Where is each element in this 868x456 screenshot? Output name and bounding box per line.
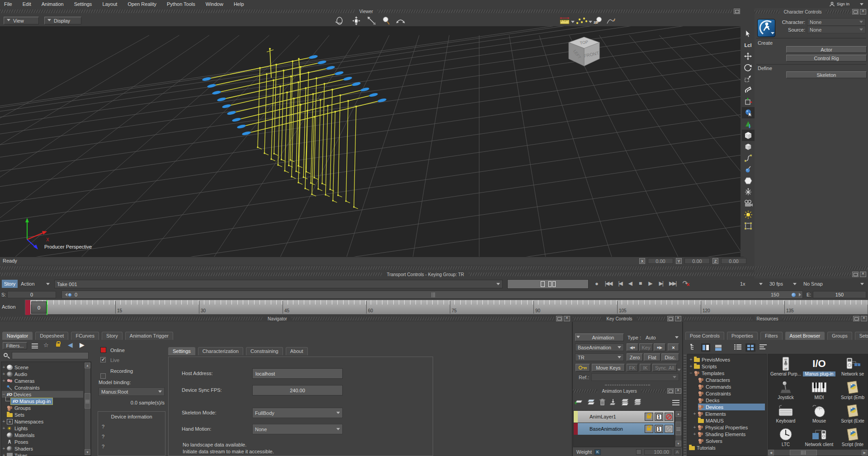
resources-close-icon[interactable] bbox=[861, 316, 867, 321]
stop-button[interactable]: ■ bbox=[639, 280, 642, 287]
key-controls-close-icon[interactable] bbox=[675, 316, 681, 321]
star-filter-icon[interactable]: ☆ bbox=[43, 342, 49, 348]
timeline-scrollbar[interactable]: 0 150 bbox=[61, 291, 803, 299]
menu-settings[interactable]: Settings bbox=[74, 1, 92, 7]
character-controls-close-icon[interactable] bbox=[860, 9, 866, 14]
resources-popout-icon[interactable] bbox=[853, 316, 859, 321]
scale-tool-icon[interactable] bbox=[742, 73, 755, 85]
tree-item-groups[interactable]: Groups bbox=[2, 404, 83, 411]
layer-color-chip[interactable] bbox=[574, 411, 578, 423]
create-actor-button[interactable]: Actor bbox=[786, 46, 867, 53]
timeline-ruler[interactable]: 0 15 30 45 60 75 90 105 120 135 bbox=[25, 300, 868, 315]
orbit-tool-icon[interactable] bbox=[335, 16, 344, 25]
tree-item-shaders[interactable]: +Shaders bbox=[2, 445, 83, 452]
magnify-tool-icon[interactable] bbox=[382, 16, 391, 25]
time-display[interactable] bbox=[507, 279, 589, 289]
tab-dopesheet[interactable]: Dopesheet bbox=[35, 332, 68, 340]
layer-mute-icon[interactable] bbox=[665, 413, 673, 421]
animation-layers-close-icon[interactable] bbox=[675, 388, 681, 394]
host-address-field[interactable]: localhost bbox=[252, 368, 343, 379]
tab-asset-browser[interactable]: Asset Browser bbox=[785, 332, 825, 340]
sync-all-button[interactable]: Sync. All bbox=[652, 364, 677, 371]
tree-item-lights[interactable]: +☀Lights bbox=[2, 425, 83, 432]
ref-dropdown[interactable] bbox=[591, 373, 679, 381]
cube-primitive-icon[interactable] bbox=[742, 130, 755, 141]
tab-pose-controls[interactable]: Pose Controls bbox=[685, 332, 724, 340]
take-dropdown[interactable]: Take 001 bbox=[54, 280, 503, 288]
asset-tree-characters[interactable]: Characters bbox=[698, 376, 765, 383]
tab-fcurves[interactable]: FCurves bbox=[71, 332, 99, 340]
tree-item-poses[interactable]: Poses bbox=[2, 438, 83, 445]
grid-view-icon[interactable] bbox=[745, 343, 755, 352]
snap-dropdown[interactable]: No Snap bbox=[801, 280, 866, 288]
tree-item-constraints[interactable]: Constraints bbox=[2, 384, 83, 391]
current-frame-box[interactable]: 0 bbox=[31, 301, 47, 314]
record-button[interactable]: ● bbox=[595, 280, 599, 287]
tree-item-namespaces[interactable]: +aNamespaces bbox=[2, 418, 83, 425]
viewport-3d[interactable]: TOP FRONT LEFT X Producer Perspective bbox=[0, 26, 741, 257]
asset-tree-constraints[interactable]: Constraints bbox=[698, 390, 765, 397]
history-forward-icon[interactable]: ▶ bbox=[80, 341, 85, 348]
menu-help[interactable]: Help bbox=[234, 1, 244, 7]
list-options-icon[interactable] bbox=[32, 343, 38, 348]
tab-constraining[interactable]: Constraining bbox=[246, 347, 283, 355]
asset-grid-scrollbar[interactable]: ◀ ▶ bbox=[768, 449, 868, 456]
character-dropdown[interactable]: None bbox=[807, 18, 866, 26]
weight-slider-handle[interactable] bbox=[636, 449, 642, 455]
pan-tool-icon[interactable] bbox=[352, 16, 361, 25]
zero-button[interactable]: Zero bbox=[627, 353, 643, 361]
character-controls-popout-icon[interactable] bbox=[852, 9, 859, 14]
tree-scrollbar[interactable]: ▲ ▼ bbox=[84, 362, 91, 456]
layer-list-options-icon[interactable] bbox=[672, 400, 679, 405]
expand-icon[interactable]: + bbox=[2, 378, 6, 383]
view-menu-button[interactable]: View bbox=[4, 17, 39, 24]
tree-item-cameras[interactable]: +Cameras bbox=[2, 377, 83, 384]
keying-group-dropdown[interactable]: TR bbox=[575, 353, 624, 361]
asset-tree-commands[interactable]: Commands bbox=[698, 383, 765, 390]
flat-button[interactable]: Flat bbox=[644, 353, 660, 361]
playhead[interactable] bbox=[47, 300, 47, 315]
range-right-handle[interactable] bbox=[792, 293, 796, 297]
light-tool-icon[interactable] bbox=[742, 209, 755, 220]
asset-general-purpose[interactable]: onoff General Purp... bbox=[769, 356, 802, 379]
source-dropdown[interactable]: None bbox=[807, 26, 866, 33]
fk-button[interactable]: FK bbox=[627, 364, 638, 371]
splitter-grip[interactable] bbox=[605, 385, 650, 385]
arc-rotate-tool-icon[interactable] bbox=[395, 17, 406, 25]
goto-end-button[interactable]: ▶▶| bbox=[669, 280, 676, 287]
draw-tool-icon[interactable] bbox=[606, 16, 616, 25]
sign-in-caret-icon[interactable] bbox=[860, 3, 863, 7]
menu-file[interactable]: File bbox=[4, 1, 12, 7]
tab-about[interactable]: About bbox=[286, 347, 308, 355]
skeleton-mode-dropdown[interactable]: FullBody bbox=[252, 408, 343, 418]
z-value-field[interactable]: 0.00 bbox=[721, 258, 746, 264]
add-layer-icon[interactable]: + bbox=[575, 399, 583, 406]
view-cube[interactable]: TOP FRONT LEFT bbox=[565, 36, 603, 71]
disc-button[interactable]: Disc. bbox=[661, 353, 679, 361]
y-value-field[interactable]: 0.00 bbox=[684, 258, 710, 264]
normal-manipulation-icon[interactable] bbox=[742, 118, 755, 130]
asset-joystick[interactable]: Joystick bbox=[769, 380, 802, 402]
split-view-icon[interactable] bbox=[701, 343, 710, 352]
tab-navigator[interactable]: Navigator bbox=[2, 332, 33, 340]
key-controls-popout-icon[interactable] bbox=[667, 316, 674, 321]
hand-motion-dropdown[interactable]: None bbox=[252, 424, 343, 434]
key-lock-button[interactable] bbox=[576, 364, 590, 371]
navigator-popout-icon[interactable] bbox=[556, 316, 562, 321]
previous-key-button[interactable]: ◀● bbox=[627, 343, 638, 351]
tree-item-materials[interactable]: Materials bbox=[2, 432, 83, 438]
model-binding-dropdown[interactable]: Manus:Root bbox=[99, 387, 165, 396]
merge-all-layers-icon[interactable] bbox=[633, 399, 642, 407]
delete-key-button[interactable]: × bbox=[668, 343, 679, 351]
weight-auto-button[interactable]: A bbox=[674, 449, 680, 455]
weight-key-button[interactable]: K bbox=[594, 449, 601, 455]
range-right-arrow-icon[interactable] bbox=[799, 293, 803, 296]
asset-tree-tutorials[interactable]: Tutorials bbox=[689, 444, 765, 451]
range-end-field[interactable]: 150 bbox=[813, 291, 866, 298]
viewer-popout-icon[interactable] bbox=[734, 9, 740, 14]
display-menu-button[interactable]: Display bbox=[44, 17, 81, 24]
tab-sets[interactable]: Sets bbox=[855, 332, 868, 340]
lcl-mode-icon[interactable]: Lcl bbox=[742, 39, 755, 51]
layer-lock-icon[interactable] bbox=[645, 413, 653, 421]
tree-item-manus-plugin[interactable]: I/OManus plug-in bbox=[2, 398, 83, 404]
